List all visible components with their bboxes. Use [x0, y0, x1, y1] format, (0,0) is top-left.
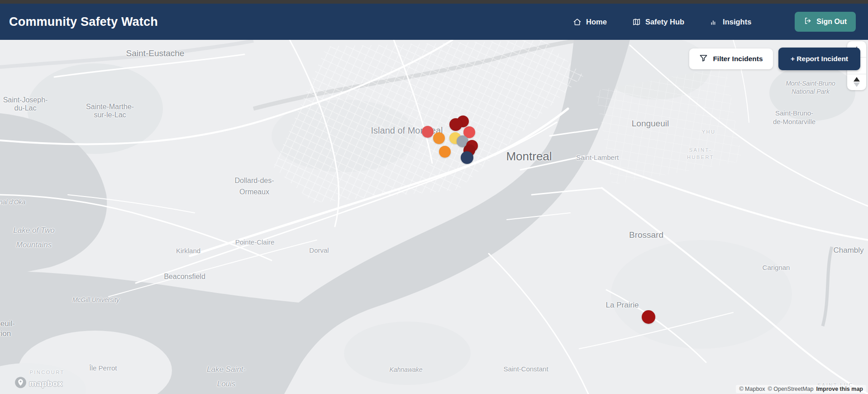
nav-item-safety-hub[interactable]: Safety Hub: [632, 18, 684, 26]
incident-marker[interactable]: [439, 146, 451, 158]
incident-marker[interactable]: [422, 126, 434, 138]
nav-label: Safety Hub: [645, 18, 684, 26]
attribution-mapbox-link[interactable]: © Mapbox: [739, 386, 765, 392]
map-label: rion: [0, 329, 11, 338]
report-label: + Report Incident: [791, 55, 848, 62]
map-label: Saint-Lambert: [576, 154, 619, 161]
map-label: Chambly: [833, 246, 863, 255]
bar-chart-icon: [710, 18, 718, 26]
map-label: Dollard-des-: [234, 177, 274, 185]
map-label: Sainte-Marthe-: [86, 103, 134, 111]
header: Community Safety Watch Home Safety Hub I…: [0, 4, 868, 40]
map-label: National Park: [792, 88, 830, 95]
nav-label: Home: [586, 18, 607, 26]
main-nav: Home Safety Hub Insights Sign Out: [573, 12, 856, 32]
map-label: McGill University: [72, 296, 119, 303]
funnel-icon: [699, 54, 708, 64]
map-label: Saint-Eustache: [126, 48, 185, 58]
mapbox-wordmark: mapbox: [29, 379, 63, 389]
sign-out-label: Sign Out: [816, 18, 847, 26]
map-label: du-Lac: [14, 104, 37, 112]
nav-label: Insights: [723, 18, 751, 26]
map-label: nal d'Oka: [0, 198, 25, 206]
incident-marker[interactable]: [449, 118, 462, 131]
map-label: Louis: [217, 380, 236, 389]
map-label: sur-le-Lac: [94, 111, 126, 119]
improve-this-map-link[interactable]: Improve this map: [816, 386, 863, 392]
map-canvas[interactable]: Saint-EustacheSaint-Joseph-du-LacSainte-…: [0, 40, 868, 394]
app: Community Safety Watch Home Safety Hub I…: [0, 0, 868, 394]
map-label: Ormeaux: [239, 188, 269, 196]
map-icon: [632, 18, 641, 26]
filter-incidents-button[interactable]: Filter Incidents: [689, 48, 773, 69]
map-label: Dorval: [309, 246, 329, 254]
mapbox-logo[interactable]: mapbox: [14, 376, 63, 390]
map-label: HUBERT: [687, 154, 714, 160]
map-label: reuil-: [0, 319, 15, 328]
compass-needle-icon: [854, 77, 860, 87]
map-label: Saint-Bruno-: [775, 109, 813, 117]
map-label: Brossard: [629, 230, 663, 240]
incident-marker[interactable]: [433, 132, 445, 144]
attribution-osm-link[interactable]: © OpenStreetMap: [768, 386, 814, 392]
map-label: Kahnawake: [389, 366, 422, 373]
logout-icon: [804, 17, 812, 27]
map-label: SAINT-: [689, 147, 712, 153]
map-label: Saint-Joseph-: [3, 96, 48, 104]
compass-button[interactable]: [847, 74, 866, 90]
incident-marker[interactable]: [461, 151, 473, 164]
map-label: Kirkland: [176, 247, 200, 255]
map-label: La Prairie: [606, 301, 639, 310]
map-attribution: © Mapbox © OpenStreetMap Improve this ma…: [736, 385, 866, 393]
map-label: Montreal: [506, 149, 552, 163]
sign-out-button[interactable]: Sign Out: [795, 12, 856, 32]
incident-marker[interactable]: [642, 310, 655, 324]
map-label: Île Perrot: [90, 364, 117, 372]
map-label: YHU: [702, 129, 716, 135]
nav-item-insights[interactable]: Insights: [710, 18, 751, 26]
nav-item-home[interactable]: Home: [573, 18, 607, 26]
map-label: Pointe-Claire: [235, 238, 275, 246]
map-label: Carignan: [763, 264, 790, 271]
map-label: Longueuil: [632, 119, 669, 129]
map-label: de-Montarville: [773, 118, 816, 125]
mapbox-pin-icon: [14, 376, 27, 390]
filter-label: Filter Incidents: [713, 55, 763, 63]
map-label: Lake of Two: [13, 226, 54, 235]
map-label: PINCOURT: [29, 370, 64, 375]
map-label: Saint-Constant: [503, 365, 548, 373]
report-incident-button[interactable]: + Report Incident: [778, 48, 860, 70]
map-label: Lake Saint-: [207, 365, 246, 374]
map-label: Mont-Saint-Bruno: [786, 80, 835, 87]
window-top-strip: [0, 0, 868, 4]
home-icon: [573, 18, 582, 26]
page-title: Community Safety Watch: [9, 15, 158, 29]
map-label: Beaconsfield: [164, 273, 205, 281]
map-label: Mountains: [16, 240, 52, 250]
